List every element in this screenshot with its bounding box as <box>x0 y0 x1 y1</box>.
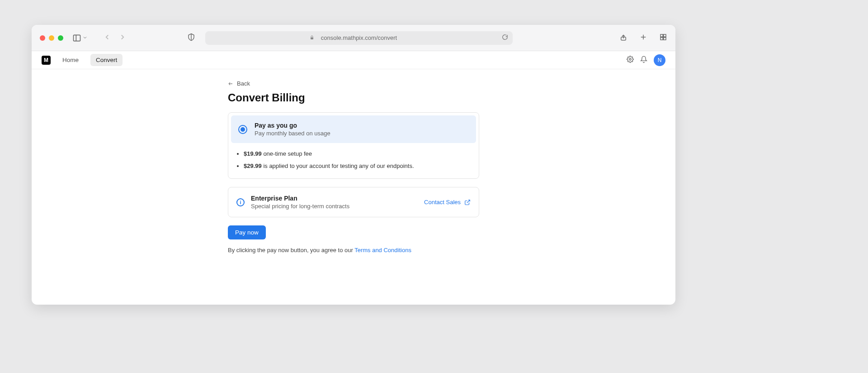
enterprise-subtitle: Special pricing for long-term contracts <box>251 203 349 210</box>
svg-rect-8 <box>664 34 666 37</box>
settings-button[interactable] <box>627 56 634 65</box>
page-title: Convert Billing <box>228 91 479 104</box>
sidebar-toggle-button[interactable] <box>72 33 88 43</box>
radio-selected[interactable] <box>238 125 247 134</box>
new-tab-button[interactable] <box>639 33 647 43</box>
lock-icon <box>309 34 315 42</box>
close-window-button[interactable] <box>40 35 45 41</box>
address-bar[interactable]: console.mathpix.com/convert <box>205 31 513 45</box>
svg-rect-7 <box>660 34 663 37</box>
terms-text: By clicking the pay now button, you agre… <box>228 247 479 253</box>
back-button[interactable] <box>103 33 111 43</box>
svg-rect-10 <box>664 37 666 39</box>
minimize-window-button[interactable] <box>49 35 54 41</box>
maximize-window-button[interactable] <box>58 35 63 41</box>
plan-bullet: $19.99 one-time setup fee <box>244 150 468 157</box>
pay-now-button[interactable]: Pay now <box>228 225 266 239</box>
forward-button[interactable] <box>118 33 127 43</box>
back-label: Back <box>237 80 250 87</box>
plan-subtitle: Pay monthly based on usage <box>255 130 330 137</box>
plan-option-payg[interactable]: Pay as you go Pay monthly based on usage <box>231 115 476 143</box>
svg-rect-9 <box>660 37 663 39</box>
svg-point-11 <box>629 58 631 60</box>
window-controls <box>40 35 63 41</box>
notifications-button[interactable] <box>640 56 647 65</box>
tabs-overview-button[interactable] <box>659 33 667 43</box>
back-link[interactable]: Back <box>228 80 479 87</box>
svg-rect-0 <box>74 35 80 41</box>
plan-title: Pay as you go <box>255 122 330 129</box>
nav-convert[interactable]: Convert <box>90 54 123 66</box>
nav-home[interactable]: Home <box>57 54 84 66</box>
plan-details: $19.99 one-time setup fee $29.99 is appl… <box>231 143 476 176</box>
enterprise-card: i Enterprise Plan Special pricing for lo… <box>228 187 479 217</box>
logo[interactable]: M <box>42 56 51 65</box>
browser-window: console.mathpix.com/convert M Home Conve… <box>32 25 675 305</box>
contact-sales-label: Contact Sales <box>424 199 461 206</box>
chevron-down-icon <box>82 34 88 42</box>
reload-button[interactable] <box>502 34 508 42</box>
info-icon: i <box>236 198 245 206</box>
app-header: M Home Convert N <box>32 51 675 69</box>
svg-line-13 <box>467 200 470 202</box>
arrow-left-icon <box>228 81 233 86</box>
browser-chrome: console.mathpix.com/convert <box>32 25 675 51</box>
enterprise-title: Enterprise Plan <box>251 195 349 202</box>
plan-bullet: $29.99 is applied to your account for te… <box>244 163 468 169</box>
svg-rect-2 <box>311 37 313 39</box>
plan-card: Pay as you go Pay monthly based on usage… <box>228 112 479 179</box>
privacy-shield-icon[interactable] <box>187 33 195 43</box>
page-content: Back Convert Billing Pay as you go Pay m… <box>32 69 675 253</box>
share-button[interactable] <box>619 33 627 43</box>
avatar[interactable]: N <box>654 54 665 66</box>
contact-sales-link[interactable]: Contact Sales <box>424 199 471 206</box>
terms-link[interactable]: Terms and Conditions <box>354 247 411 253</box>
external-link-icon <box>464 199 471 206</box>
url-text: console.mathpix.com/convert <box>321 34 397 41</box>
